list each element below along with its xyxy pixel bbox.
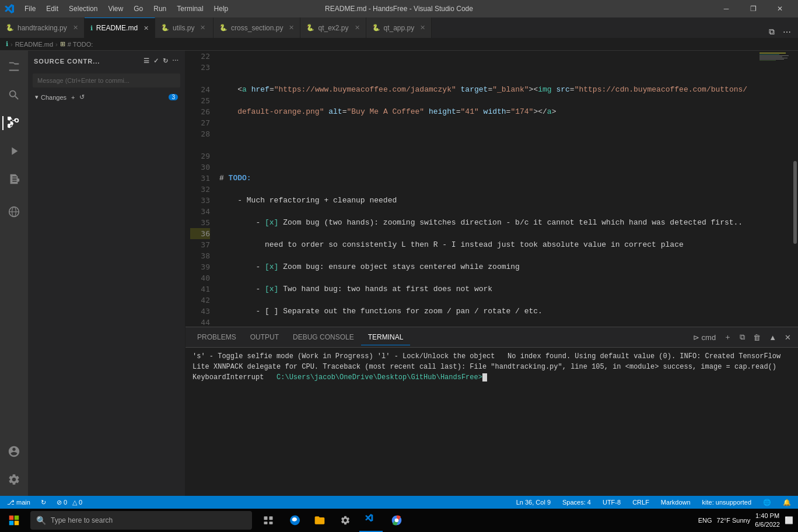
tab-cross-section[interactable]: 🐍 cross_section.py ✕ bbox=[214, 18, 300, 38]
tab-handtracking[interactable]: 🐍 handtracking.py ✕ bbox=[0, 18, 85, 38]
breadcrumb-file[interactable]: README.md bbox=[15, 41, 53, 48]
tab-icon-handtracking: 🐍 bbox=[6, 24, 14, 32]
sidebar-header-actions[interactable]: ☰ ✓ ↻ ⋯ bbox=[144, 57, 179, 65]
status-line-ending[interactable]: CRLF bbox=[630, 496, 652, 509]
activity-settings[interactable] bbox=[2, 468, 26, 491]
tab-more[interactable]: ⋯ bbox=[780, 26, 793, 38]
terminal-content[interactable]: 's' - Toggle selfie mode (Work in Progre… bbox=[186, 348, 798, 496]
code-editor[interactable]: 22 23 24 25 26 27 28 29 30 31 32 33 34 3… bbox=[186, 51, 798, 327]
terminal-close[interactable]: ✕ bbox=[782, 332, 793, 343]
tab-bar-actions[interactable]: ⧉ ⋯ bbox=[766, 26, 798, 38]
editor-scrollbar[interactable] bbox=[792, 51, 798, 327]
status-sync[interactable]: ↻ bbox=[38, 496, 48, 509]
activity-extensions[interactable] bbox=[2, 167, 26, 191]
sidebar-action-check[interactable]: ✓ bbox=[153, 57, 159, 65]
menu-run[interactable]: Run bbox=[149, 3, 171, 15]
tab-close-utils[interactable]: ✕ bbox=[200, 24, 205, 32]
activity-remote[interactable] bbox=[2, 200, 26, 223]
status-language[interactable]: Markdown bbox=[659, 496, 693, 509]
status-encoding[interactable]: UTF-8 bbox=[600, 496, 623, 509]
status-kite[interactable]: kite: unsupported bbox=[700, 496, 754, 509]
status-branch[interactable]: ⎇ main bbox=[5, 496, 33, 509]
menu-file[interactable]: File bbox=[20, 3, 40, 15]
status-spaces[interactable]: Spaces: 4 bbox=[560, 496, 593, 509]
title-bar-controls[interactable]: ─ ❐ ✕ bbox=[713, 0, 793, 18]
tab-readme[interactable]: ℹ README.md ✕ bbox=[85, 18, 155, 38]
taskbar-clock[interactable]: 1:40 PM 6/6/2022 bbox=[755, 512, 780, 530]
status-position[interactable]: Ln 36, Col 9 bbox=[514, 496, 553, 509]
tab-close-qt-ex2[interactable]: ✕ bbox=[355, 24, 360, 32]
taskbar-taskview[interactable] bbox=[257, 509, 280, 532]
activity-run-debug[interactable] bbox=[2, 139, 26, 163]
sidebar-action-more[interactable]: ⋯ bbox=[172, 57, 179, 65]
panel-actions[interactable]: ⊳ cmd ＋ ⧉ 🗑 ▲ ✕ bbox=[691, 331, 793, 344]
status-right: Ln 36, Col 9 Spaces: 4 UTF-8 CRLF Markdo… bbox=[514, 496, 793, 509]
menu-go[interactable]: Go bbox=[129, 3, 148, 15]
activity-bar-bottom bbox=[2, 440, 26, 496]
taskbar-chrome[interactable] bbox=[385, 509, 408, 532]
status-feedback[interactable]: 🌐 bbox=[761, 496, 774, 509]
tab-label-handtracking: handtracking.py bbox=[18, 24, 67, 32]
taskbar-vscode[interactable] bbox=[359, 509, 383, 532]
tab-close-qt-app[interactable]: ✕ bbox=[420, 24, 425, 32]
activity-source-control[interactable] bbox=[2, 111, 26, 135]
tab-close-handtracking[interactable]: ✕ bbox=[73, 24, 78, 32]
feedback-icon: 🌐 bbox=[763, 499, 771, 506]
taskbar-settings[interactable] bbox=[334, 509, 357, 532]
title-minimize[interactable]: ─ bbox=[713, 0, 740, 18]
tab-bar: 🐍 handtracking.py ✕ ℹ README.md ✕ 🐍 util… bbox=[0, 18, 798, 38]
menu-terminal[interactable]: Terminal bbox=[172, 3, 208, 15]
terminal-kill[interactable]: 🗑 bbox=[751, 332, 763, 343]
tab-qt-ex2[interactable]: 🐍 qt_ex2.py ✕ bbox=[300, 18, 366, 38]
sidebar-discard-icon[interactable]: ↺ bbox=[79, 93, 85, 101]
title-close[interactable]: ✕ bbox=[766, 0, 793, 18]
menu-edit[interactable]: Edit bbox=[41, 3, 63, 15]
tab-close-cross[interactable]: ✕ bbox=[289, 24, 294, 32]
svg-rect-6 bbox=[15, 521, 19, 526]
sidebar-action-checklist[interactable]: ☰ bbox=[144, 57, 150, 65]
taskbar-start-button[interactable] bbox=[0, 509, 28, 532]
tab-icon-utils: 🐍 bbox=[161, 24, 169, 32]
tab-output[interactable]: OUTPUT bbox=[243, 330, 286, 345]
menu-help[interactable]: Help bbox=[209, 3, 233, 15]
breadcrumb: ℹ › README.md › ⊞ # TODO: bbox=[0, 38, 798, 51]
svg-point-12 bbox=[395, 519, 399, 523]
taskbar-edge[interactable] bbox=[282, 509, 306, 532]
tab-debug-console[interactable]: DEBUG CONSOLE bbox=[286, 330, 361, 345]
breadcrumb-section-label[interactable]: # TODO: bbox=[68, 41, 93, 48]
taskbar: 🔍 Type here to search bbox=[0, 509, 798, 532]
tab-split-editor[interactable]: ⧉ bbox=[766, 26, 777, 38]
sidebar-add-icon[interactable]: + bbox=[71, 94, 75, 101]
changes-header[interactable]: ▾ Changes + ↺ 3 bbox=[33, 92, 180, 102]
status-notifications[interactable]: 🔔 bbox=[780, 496, 793, 509]
title-bar-menu[interactable]: File Edit Selection View Go Run Terminal… bbox=[20, 3, 233, 15]
status-left: ⎇ main ↻ ⊘ 0 △ 0 bbox=[5, 496, 85, 509]
menu-selection[interactable]: Selection bbox=[64, 3, 102, 15]
terminal-split[interactable]: ⧉ bbox=[737, 331, 747, 343]
tray-notification[interactable]: ⬜ bbox=[785, 516, 793, 524]
terminal-cmd-label: ⊳ cmd bbox=[691, 332, 718, 343]
taskbar-search-box[interactable]: 🔍 Type here to search bbox=[30, 511, 252, 530]
sidebar: SOURCE CONTR... ☰ ✓ ↻ ⋯ Message (Ctrl+En… bbox=[28, 51, 186, 496]
activity-explorer[interactable] bbox=[2, 55, 26, 79]
tab-close-readme[interactable]: ✕ bbox=[144, 24, 149, 32]
taskbar-file-explorer[interactable] bbox=[308, 509, 331, 532]
title-maximize[interactable]: ❐ bbox=[740, 0, 766, 18]
terminal-maximize[interactable]: ▲ bbox=[766, 332, 779, 343]
source-control-message[interactable]: Message (Ctrl+Enter to commi... bbox=[33, 74, 180, 88]
taskbar-icons bbox=[257, 509, 408, 532]
tab-qt-app[interactable]: 🐍 qt_app.py ✕ bbox=[366, 18, 432, 38]
status-errors[interactable]: ⊘ 0 △ 0 bbox=[54, 496, 85, 509]
tab-problems[interactable]: PROBLEMS bbox=[190, 330, 243, 345]
scrollbar-thumb[interactable] bbox=[793, 161, 797, 244]
activity-search[interactable] bbox=[2, 83, 26, 107]
activity-account[interactable] bbox=[2, 440, 26, 463]
tab-utils[interactable]: 🐍 utils.py ✕ bbox=[155, 18, 214, 38]
tray-language[interactable]: ENG bbox=[698, 517, 712, 524]
menu-view[interactable]: View bbox=[103, 3, 128, 15]
terminal-new[interactable]: ＋ bbox=[722, 331, 734, 344]
sidebar-action-refresh[interactable]: ↻ bbox=[163, 57, 169, 65]
tab-terminal[interactable]: TERMINAL bbox=[361, 330, 411, 345]
tray-weather[interactable]: 72°F Sunny bbox=[717, 517, 751, 524]
panel-tabs: PROBLEMS OUTPUT DEBUG CONSOLE TERMINAL ⊳… bbox=[186, 327, 798, 348]
